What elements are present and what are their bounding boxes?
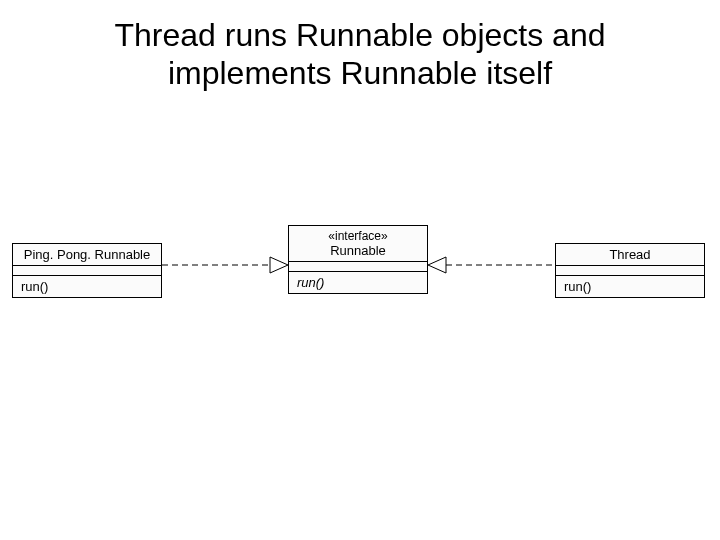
class-thread: Thread run() [555,243,705,298]
operation: run() [21,279,48,294]
interface-runnable: «interface» Runnable run() [288,225,428,294]
class-operations: run() [289,272,427,293]
class-attributes [13,266,161,276]
class-operations: run() [13,276,161,297]
class-attributes [556,266,704,276]
realization-left-arrowhead [270,257,288,273]
class-operations: run() [556,276,704,297]
stereotype: «interface» [297,229,419,243]
class-pingpongrunnable: Ping. Pong. Runnable run() [12,243,162,298]
class-name: Thread [556,244,704,266]
operation: run() [564,279,591,294]
class-attributes [289,262,427,272]
operation: run() [297,275,324,290]
slide-title: Thread runs Runnable objects and impleme… [40,16,680,93]
class-name-text: Runnable [297,243,419,258]
uml-diagram: Ping. Pong. Runnable run() «interface» R… [0,225,720,345]
realization-right-arrowhead [428,257,446,273]
slide: Thread runs Runnable objects and impleme… [0,0,720,540]
class-name: «interface» Runnable [289,226,427,262]
class-name: Ping. Pong. Runnable [13,244,161,266]
